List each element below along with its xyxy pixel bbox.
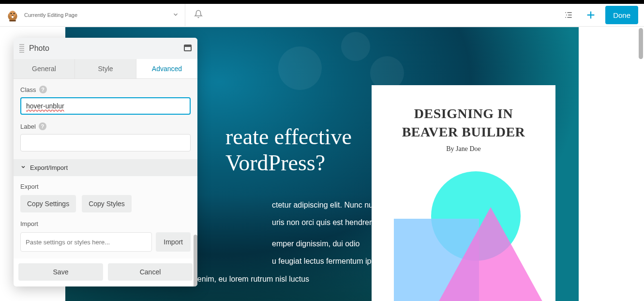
export-import-toggle[interactable]: Export/Import xyxy=(14,159,197,176)
drag-handle-icon[interactable] xyxy=(19,44,24,53)
panel-footer: Save Cancel xyxy=(14,258,197,286)
outline-icon[interactable] xyxy=(561,7,576,23)
svg-rect-17 xyxy=(19,48,24,49)
topbar-left: Currently Editing Page xyxy=(0,4,185,26)
export-buttons: Copy Settings Copy Styles xyxy=(20,195,191,212)
card-shapes xyxy=(385,171,542,301)
svg-rect-18 xyxy=(19,50,24,51)
label-input[interactable] xyxy=(20,134,191,151)
import-label: Import xyxy=(20,220,191,227)
chevron-down-icon xyxy=(20,164,26,171)
copy-styles-button[interactable]: Copy Styles xyxy=(82,195,132,212)
svg-rect-6 xyxy=(9,20,16,22)
class-field-label: Class ? xyxy=(20,86,191,93)
bokeh-decor xyxy=(341,32,370,61)
editing-title: Currently Editing Page xyxy=(24,12,77,18)
copy-settings-button[interactable]: Copy Settings xyxy=(20,195,76,212)
page-scrollbar[interactable] xyxy=(639,28,643,59)
import-button[interactable]: Import xyxy=(156,232,191,252)
title-dropdown-button[interactable] xyxy=(172,11,179,19)
notifications-icon[interactable] xyxy=(194,10,203,21)
window-black-bar xyxy=(0,0,644,4)
triangle-shape xyxy=(437,207,544,301)
topbar-right: Done xyxy=(561,6,644,24)
panel-body: Class ? hover-unblur Label ? Export/Impo… xyxy=(14,79,197,176)
cancel-button[interactable]: Cancel xyxy=(108,263,193,281)
import-row: Import xyxy=(20,232,191,252)
svg-rect-16 xyxy=(19,46,24,47)
import-input[interactable] xyxy=(20,232,152,252)
done-button[interactable]: Done xyxy=(605,6,638,24)
panel-title: Photo xyxy=(29,44,184,53)
class-input[interactable]: hover-unblur xyxy=(20,97,191,115)
svg-rect-19 xyxy=(19,52,24,53)
card-title: DESIGNING INBEAVER BUILDER xyxy=(385,105,542,141)
topbar-mid xyxy=(185,10,561,21)
class-input-wrapper: hover-unblur xyxy=(20,97,191,115)
label-field-label: Label ? xyxy=(20,122,191,130)
export-import-label: Export/Import xyxy=(30,164,68,171)
bokeh-decor xyxy=(278,46,322,90)
help-icon[interactable]: ? xyxy=(39,86,47,93)
tab-general[interactable]: General xyxy=(14,59,75,78)
top-toolbar: Currently Editing Page Done xyxy=(0,4,644,27)
tab-advanced[interactable]: Advanced xyxy=(136,59,197,78)
help-icon[interactable]: ? xyxy=(39,122,46,130)
save-button[interactable]: Save xyxy=(18,263,103,281)
editing-title-label: Currently Editing Page xyxy=(24,12,77,18)
svg-point-2 xyxy=(11,13,12,15)
panel-scrollbar[interactable] xyxy=(194,235,197,286)
svg-rect-5 xyxy=(12,16,14,18)
add-content-button[interactable] xyxy=(583,7,599,23)
export-label: Export xyxy=(20,183,191,190)
svg-point-3 xyxy=(14,13,15,15)
beaver-logo-icon xyxy=(6,8,19,22)
export-section: Export Copy Settings Copy Styles Import … xyxy=(14,176,197,258)
panel-tabs: General Style Advanced xyxy=(14,59,197,79)
expand-panel-icon[interactable] xyxy=(184,45,192,53)
tab-style[interactable]: Style xyxy=(75,59,136,78)
card-byline: By Jane Doe xyxy=(385,145,542,153)
book-cover-card[interactable]: DESIGNING INBEAVER BUILDER By Jane Doe xyxy=(372,85,555,301)
svg-rect-15 xyxy=(19,44,24,45)
svg-rect-21 xyxy=(184,45,191,47)
settings-panel: Photo General Style Advanced Class ? hov… xyxy=(14,38,197,286)
panel-header: Photo xyxy=(14,38,197,59)
